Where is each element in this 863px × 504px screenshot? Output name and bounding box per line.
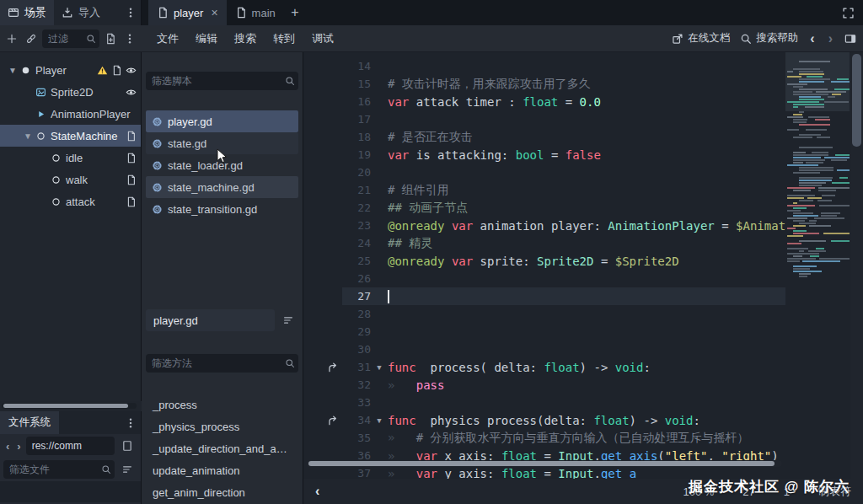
menu-4[interactable]: 调试 [303,25,342,52]
script-tab-main[interactable]: main [227,0,284,25]
scene-node-Sprite2D[interactable]: Sprite2D [0,81,141,103]
scene-node-attack[interactable]: attack [0,190,141,212]
code-line-29[interactable]: 29 [303,323,785,340]
scene-node-AnimationPlayer[interactable]: AnimationPlayer [0,103,141,125]
scrollbar-thumb[interactable] [3,404,128,408]
method-override-icon[interactable] [327,415,339,426]
scripts-filter-input[interactable] [146,72,298,90]
code-line-16[interactable]: 16var attack_timer : float = 0.0 [303,93,785,110]
code-line-25[interactable]: 25@onready var sprite: Sprite2D = $Sprit… [303,252,785,270]
code-line-22[interactable]: 22## 动画子节点 [303,199,785,217]
history-forward-button[interactable]: › [827,31,834,46]
code-line-30[interactable]: 30 [303,340,785,358]
code-line-26[interactable]: 26 [303,270,785,287]
fs-back-button[interactable]: ‹ [3,440,12,453]
tab-filesystem[interactable]: 文件系统 [0,411,59,434]
code-text[interactable]: @onready var animation_player: Animation… [388,219,785,233]
collapse-arrow-icon[interactable]: ▼ [20,131,35,141]
code-line-31[interactable]: 31▼func _process(_delta: float) -> void: [303,358,785,376]
method-item[interactable]: update_animation [146,460,298,482]
focus-file-button[interactable] [117,440,137,452]
code-text[interactable]: ## 动画子节点 [388,201,785,216]
history-back-button[interactable]: ‹ [808,31,816,46]
fold-caret-icon[interactable]: ▼ [371,363,388,372]
scrollbar-thumb[interactable] [308,461,775,466]
script-icon[interactable] [126,174,137,185]
scene-node-idle[interactable]: idle [0,147,141,169]
menu-2[interactable]: 搜索 [226,25,265,52]
fold-caret-icon[interactable]: ▼ [371,416,388,425]
code-line-32[interactable]: 32» pass [303,376,785,394]
code-line-28[interactable]: 28 [303,305,785,323]
scene-node-StateMachine[interactable]: ▼StateMachine [0,125,141,147]
current-script-name[interactable]: player.gd [146,309,275,331]
search-help-button[interactable]: 搜索帮助 [740,31,798,46]
warning-icon[interactable] [97,65,108,76]
script-tab-player[interactable]: player× [148,0,227,25]
code-line-14[interactable]: 14 [303,57,785,75]
script-icon[interactable] [111,65,122,76]
method-sort-button[interactable] [278,310,298,330]
code-text[interactable]: » # 分别获取水平方向与垂直方向输入（已自动处理互斥与摇杆） [388,431,785,446]
fullscreen-icon[interactable] [842,7,855,19]
code-text[interactable] [388,290,785,303]
code-text[interactable]: # 攻击计时器，用来跟踪攻击用了多久 [388,77,785,92]
code-hscrollbar[interactable] [307,460,782,467]
code-text[interactable]: func _physics_process(delta: float) -> v… [388,414,785,427]
scrollbar-thumb[interactable] [852,54,861,147]
attach-script-button[interactable] [102,33,119,45]
dock-tab-1[interactable]: 导入 [54,0,108,25]
scene-tree-hscrollbar[interactable] [2,403,137,409]
method-item[interactable]: get_anim_direction [146,482,298,504]
script-item-player.gd[interactable]: player.gd [146,110,298,132]
code-line-19[interactable]: 19var is_attacking: bool = false [303,146,785,164]
fs-sort-button[interactable] [117,464,137,475]
script-item-state_transition.gd[interactable]: state_transition.gd [146,198,298,220]
code-text[interactable]: func _process(_delta: float) -> void: [388,361,785,374]
dock-tabs-menu-button[interactable] [121,0,141,25]
fs-forward-button[interactable]: › [14,440,23,453]
menu-0[interactable]: 文件 [148,25,187,52]
code-text[interactable]: # 组件引用 [388,183,785,198]
code-line-18[interactable]: 18# 是否正在攻击 [303,128,785,146]
code-vscrollbar[interactable] [850,52,863,479]
eye-icon[interactable] [126,87,137,98]
scene-node-Player[interactable]: ▼Player [0,59,141,81]
code-line-23[interactable]: 23@onready var animation_player: Animati… [303,217,785,234]
script-item-state_machine.gd[interactable]: state_machine.gd [146,176,298,198]
add-node-button[interactable] [3,33,20,45]
scene-node-walk[interactable]: walk [0,169,141,190]
menu-1[interactable]: 编辑 [187,25,226,52]
script-icon[interactable] [126,196,137,207]
code-line-34[interactable]: 34▼func _physics_process(delta: float) -… [303,411,785,429]
collapse-scripts-panel-button[interactable]: ‹ [315,484,319,499]
dock-tab-0[interactable]: 场景 [0,0,54,25]
code-text[interactable]: # 是否正在攻击 [388,130,785,145]
scene-dock-menu-button[interactable] [121,33,138,45]
code-line-21[interactable]: 21# 组件引用 [303,181,785,199]
panel-toggle-icon[interactable] [844,33,856,45]
code-line-20[interactable]: 20 [303,164,785,181]
instance-scene-button[interactable] [23,33,40,45]
code-text[interactable]: var is_attacking: bool = false [388,148,785,162]
code-line-33[interactable]: 33 [303,394,785,411]
code-text[interactable]: var attack_timer : float = 0.0 [388,95,785,109]
code-text[interactable]: @onready var sprite: Sprite2D = $Sprite2… [388,255,785,268]
script-icon[interactable] [126,131,137,142]
online-docs-button[interactable]: 在线文档 [672,31,730,46]
code-text[interactable]: ## 精灵 [388,236,785,251]
eye-icon[interactable] [126,65,137,76]
method-item[interactable]: _update_direction_and_ani... [146,438,298,460]
methods-filter-input[interactable] [146,354,298,373]
code-line-24[interactable]: 24## 精灵 [303,234,785,252]
code-line-27[interactable]: 27 [303,287,785,305]
method-override-icon[interactable] [327,362,339,373]
menu-3[interactable]: 转到 [265,25,303,52]
method-item[interactable]: _physics_process [146,416,298,438]
script-icon[interactable] [126,153,137,164]
code-minimap[interactable] [785,52,850,479]
close-tab-icon[interactable]: × [211,7,217,19]
code-text[interactable]: » pass [388,378,785,392]
fs-filter-input[interactable] [3,460,115,479]
code-line-17[interactable]: 17 [303,110,785,128]
